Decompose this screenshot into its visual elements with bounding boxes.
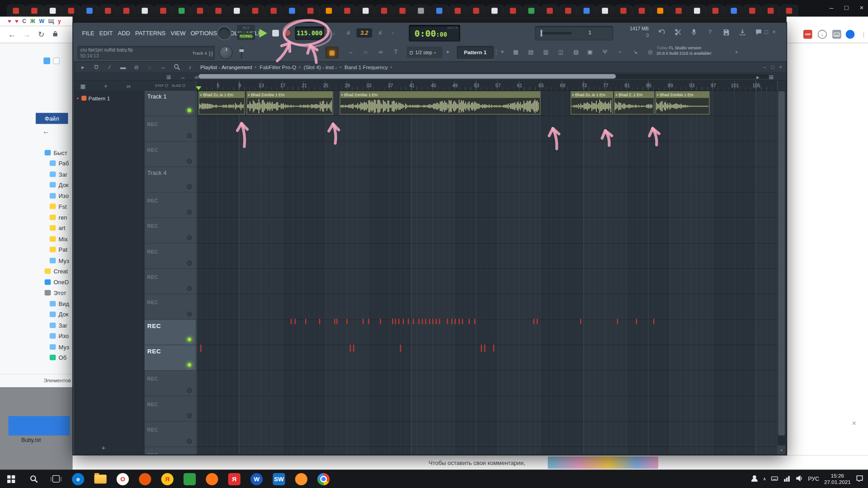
browser-tab[interactable]	[356, 5, 375, 17]
undo-history-icon[interactable]	[656, 28, 666, 36]
save-icon[interactable]	[721, 28, 731, 36]
browser-tab[interactable]	[283, 5, 302, 17]
menu-item-file[interactable]: FILE	[82, 30, 94, 37]
track-header[interactable]: ...REC	[145, 422, 196, 447]
track-arm-led[interactable]	[187, 362, 192, 367]
avatar[interactable]	[846, 30, 855, 39]
delete-tool-icon[interactable]: ⊘	[132, 63, 141, 71]
touch-controller-icon[interactable]: ~	[615, 47, 625, 56]
slide-toggle[interactable]: SLIDE	[172, 84, 185, 87]
browser-tab[interactable]	[614, 5, 633, 17]
tray-chevron-icon[interactable]: ∧	[763, 476, 766, 481]
track-header[interactable]: ...REC	[145, 192, 196, 218]
pattern-add-button[interactable]: +	[500, 47, 505, 55]
taskbar-app-firefox[interactable]	[201, 470, 223, 488]
playback-tool-icon[interactable]: ♪	[185, 63, 195, 71]
playhead-marker[interactable]	[196, 86, 201, 90]
explorer-tree-item[interactable]: Об	[0, 352, 72, 363]
breadcrumb-item[interactable]: (Slot 4) - inst -	[304, 64, 337, 70]
plus-tab-icon[interactable]: +	[101, 82, 110, 90]
browser-tab[interactable]	[99, 5, 117, 17]
clipboard-icon[interactable]: ▣	[585, 47, 594, 56]
bookmark-icon[interactable]: ♥	[8, 18, 11, 24]
track-header[interactable]: Track 4	[145, 167, 196, 192]
pat-song-toggle[interactable]: PAT SONG	[237, 25, 255, 40]
browser-tab[interactable]	[338, 5, 357, 17]
browser-tab[interactable]	[651, 5, 670, 17]
task-view-button[interactable]	[45, 470, 67, 488]
playlist-maximize-button[interactable]: □	[771, 64, 774, 70]
forward-button[interactable]: →	[23, 30, 31, 39]
audio-clip[interactable]: ▸Bhad Zo..ie 1 Em	[571, 91, 613, 114]
slip-tool-icon[interactable]: ↔	[158, 63, 168, 71]
explorer-tree-item[interactable]: Этот	[0, 287, 72, 298]
explorer-tree-item[interactable]: Creat	[0, 266, 72, 277]
vertical-scrollbar[interactable]: ▾	[778, 91, 785, 454]
track-header[interactable]: REC	[145, 320, 196, 345]
browser-tab[interactable]	[320, 5, 338, 17]
track-arm-led[interactable]	[187, 133, 192, 138]
browser-tab[interactable]	[448, 5, 467, 17]
loop-record-button[interactable]	[217, 26, 231, 41]
timeline-ruler[interactable]: 5913172125293337414549535761656973778185…	[196, 81, 778, 91]
browser-tab[interactable]	[743, 5, 762, 17]
bookmark-icon[interactable]: Щ	[48, 18, 54, 24]
overdub-icon[interactable]: →	[346, 47, 355, 56]
menu-item-edit[interactable]: EDIT	[99, 30, 113, 37]
zoom-tool-icon[interactable]	[172, 63, 181, 71]
browser-tab[interactable]	[375, 5, 393, 17]
browser-tab[interactable]	[43, 5, 62, 17]
note-slide-icon[interactable]: ∩	[361, 47, 370, 56]
taskbar-app-app-orange[interactable]	[134, 470, 156, 488]
explorer-tree-item[interactable]: Заг	[0, 320, 72, 331]
play-button[interactable]	[259, 29, 267, 38]
bookmark-icon[interactable]: W	[39, 18, 45, 24]
taskbar-app-word[interactable]: W	[245, 470, 268, 488]
browser-tab[interactable]	[62, 5, 80, 17]
browser-tab[interactable]	[504, 5, 522, 17]
track-arm-led[interactable]	[187, 210, 192, 215]
language-indicator[interactable]: РУС	[808, 476, 819, 482]
audio-clip[interactable]: ▸Bhad Zombie 1 Em	[340, 91, 540, 114]
browser-tab[interactable]	[632, 5, 651, 17]
bookmark-icon[interactable]: y	[58, 18, 61, 24]
browser-menu-icon[interactable]: ⋮	[859, 30, 868, 39]
browser-tab[interactable]	[541, 5, 559, 17]
explorer-tree-item[interactable]: Раб	[0, 158, 72, 169]
notification-center-icon[interactable]	[856, 474, 863, 483]
taskbar-app-app-green[interactable]	[179, 470, 201, 488]
explorer-back-button[interactable]: ←	[42, 127, 50, 136]
explorer-tree-item[interactable]: Mix	[0, 234, 72, 244]
bookmark-icon[interactable]: ♥	[15, 18, 18, 24]
browser-tab[interactable]	[559, 5, 577, 17]
browser-close-button[interactable]: ×	[859, 4, 863, 12]
audio-clip[interactable]: ▸Bhad Zombie 1 Em	[656, 91, 710, 114]
browser-tab[interactable]	[430, 5, 448, 17]
audio-clip[interactable]: ▸Bhad Zombie 1 Em	[246, 91, 333, 114]
new-pane-icon[interactable]: ⊞	[766, 73, 776, 81]
pattern-panel-add-button[interactable]: +	[102, 444, 106, 451]
browser-tab[interactable]	[191, 5, 209, 17]
back-button[interactable]: ←	[8, 30, 15, 39]
mixer-window-icon[interactable]: ◫	[556, 47, 566, 56]
grid-color-icon[interactable]: ⊞	[164, 73, 174, 81]
stop-button[interactable]	[272, 30, 279, 37]
track-header[interactable]: ...REC	[145, 218, 196, 243]
explorer-tree-item[interactable]: Изо	[0, 190, 72, 201]
browser-tab[interactable]	[246, 5, 264, 17]
selected-file-row[interactable]	[9, 416, 70, 436]
step-edit-icon[interactable]: T	[391, 47, 401, 56]
track-arm-led[interactable]	[187, 286, 192, 291]
audio-clip[interactable]: ▸Bhad Z..1 Em	[614, 91, 655, 114]
browser-minimize-button[interactable]: –	[830, 4, 833, 12]
pattern-selector[interactable]: Pattern 1	[457, 46, 494, 59]
playlist-grid[interactable]: ▸Bhad Zo..ie 1 Em▸Bhad Zombie 1 Em▸Bhad …	[196, 91, 778, 454]
playlist-close-button[interactable]: ×	[779, 64, 782, 70]
plugin-picker-icon[interactable]: Ψ	[600, 47, 610, 56]
browser-tab[interactable]	[577, 5, 596, 17]
link-tab-icon[interactable]: ∞	[124, 82, 133, 90]
browser-tab[interactable]	[596, 5, 614, 17]
browser-tab[interactable]	[688, 5, 706, 17]
channel-rack-window-icon[interactable]: ▥	[541, 47, 551, 56]
browser-maximize-button[interactable]: □	[844, 4, 849, 12]
